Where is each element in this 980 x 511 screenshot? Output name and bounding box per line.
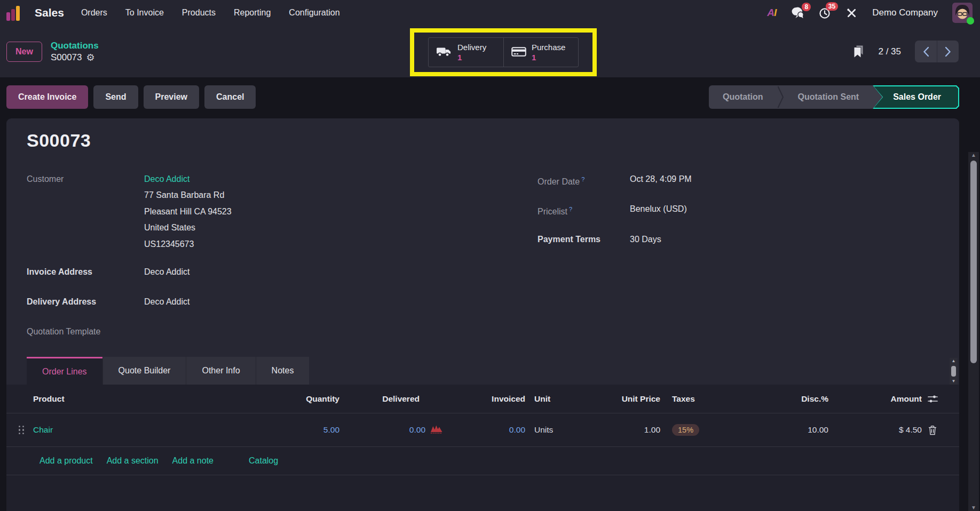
menu-to-invoice[interactable]: To Invoice xyxy=(125,8,164,18)
main-menu: Orders To Invoice Products Reporting Con… xyxy=(81,8,340,18)
invoice-address-label: Invoice Address xyxy=(27,264,144,280)
page-scrollbar[interactable]: ▲ ▼ xyxy=(968,152,979,511)
status-step-quotation[interactable]: Quotation xyxy=(709,85,777,109)
customer-label: Customer xyxy=(27,171,144,187)
field-payment-terms: Payment Terms 30 Days xyxy=(538,231,939,247)
add-note-link[interactable]: Add a note xyxy=(172,456,214,466)
menu-products[interactable]: Products xyxy=(182,8,216,18)
payment-terms-value[interactable]: 30 Days xyxy=(630,231,661,247)
col-invoiced[interactable]: Invoiced xyxy=(444,394,525,404)
row-invoiced[interactable]: 0.00 xyxy=(444,425,525,435)
add-section-link[interactable]: Add a section xyxy=(107,456,159,466)
delete-row-icon[interactable] xyxy=(928,425,937,435)
tab-order-lines[interactable]: Order Lines xyxy=(27,357,102,385)
help-icon[interactable]: ? xyxy=(569,206,572,212)
odoo-logo-icon[interactable] xyxy=(6,5,20,21)
smart-buttons-group: Delivery 1 Purchase 1 xyxy=(428,37,579,67)
row-unit-price[interactable]: 1.00 xyxy=(595,425,660,435)
messages-icon[interactable]: 8 xyxy=(791,7,804,19)
order-lines-header: Product Quantity Delivered Invoiced Unit… xyxy=(6,385,959,413)
top-navbar: Sales Orders To Invoice Products Reporti… xyxy=(0,0,980,26)
app-name[interactable]: Sales xyxy=(35,6,64,19)
menu-reporting[interactable]: Reporting xyxy=(234,8,271,18)
order-lines-panel: Product Quantity Delivered Invoiced Unit… xyxy=(6,385,959,511)
address-line: 77 Santa Barbara Rd xyxy=(144,187,232,204)
scroll-down-icon[interactable]: ▼ xyxy=(971,505,976,511)
delivery-smart-button[interactable]: Delivery 1 xyxy=(429,38,503,67)
col-unit[interactable]: Unit xyxy=(525,394,595,404)
pager-previous-button[interactable] xyxy=(915,41,937,62)
user-avatar[interactable] xyxy=(952,3,973,23)
status-chevron-icon xyxy=(777,85,784,109)
status-step-quotation-sent[interactable]: Quotation Sent xyxy=(784,85,873,109)
tools-icon[interactable] xyxy=(845,7,858,19)
purchase-smart-button[interactable]: Purchase 1 xyxy=(503,38,578,67)
col-quantity[interactable]: Quantity xyxy=(273,394,339,404)
ai-assistant-icon[interactable]: AI xyxy=(767,7,776,19)
tax-badge[interactable]: 15% xyxy=(672,424,699,436)
field-pricelist: Pricelist? Benelux (USD) xyxy=(538,201,939,220)
bookmark-icon[interactable] xyxy=(853,45,864,58)
field-quotation-template: Quotation Template xyxy=(27,324,538,340)
col-disc[interactable]: Disc.% xyxy=(740,394,828,404)
order-date-value[interactable]: Oct 28, 4:09 PM xyxy=(630,171,692,190)
tab-quote-builder[interactable]: Quote Builder xyxy=(102,357,186,385)
customer-address: 77 Santa Barbara Rd Pleasant Hill CA 945… xyxy=(27,187,538,252)
row-quantity[interactable]: 5.00 xyxy=(273,425,339,435)
status-step-sales-order[interactable]: Sales Order xyxy=(873,85,959,109)
pricelist-value[interactable]: Benelux (USD) xyxy=(630,201,687,220)
menu-configuration[interactable]: Configuration xyxy=(289,8,339,18)
pager-next-button[interactable] xyxy=(937,41,959,62)
col-taxes[interactable]: Taxes xyxy=(660,394,740,404)
quotation-template-label: Quotation Template xyxy=(27,324,144,340)
order-lines-footer: Add a product Add a section Add a note C… xyxy=(6,447,959,475)
gear-icon[interactable]: ⚙ xyxy=(86,53,95,62)
help-icon[interactable]: ? xyxy=(581,176,584,182)
preview-button[interactable]: Preview xyxy=(144,85,199,109)
send-button[interactable]: Send xyxy=(93,85,138,109)
cancel-button[interactable]: Cancel xyxy=(204,85,256,109)
field-order-date: Order Date? Oct 28, 4:09 PM xyxy=(538,171,939,190)
customer-value-link[interactable]: Deco Addict xyxy=(144,171,189,187)
pricelist-label: Pricelist? xyxy=(538,201,630,220)
col-unit-price[interactable]: Unit Price xyxy=(595,394,660,404)
address-line: Pleasant Hill CA 94523 xyxy=(144,204,232,220)
drag-handle[interactable] xyxy=(10,426,33,435)
row-disc[interactable]: 10.00 xyxy=(740,425,828,435)
catalog-link[interactable]: Catalog xyxy=(249,456,278,466)
activities-badge: 35 xyxy=(826,2,838,11)
order-line-row[interactable]: Chair 5.00 0.00 0.00 Units 1.00 xyxy=(6,413,959,447)
invoice-address-value[interactable]: Deco Addict xyxy=(144,264,189,280)
payment-terms-label: Payment Terms xyxy=(538,231,630,247)
col-delivered[interactable]: Delivered xyxy=(339,394,444,404)
row-delivered[interactable]: 0.00 xyxy=(409,425,425,435)
tab-notes[interactable]: Notes xyxy=(256,357,310,385)
breadcrumb-quotations-link[interactable]: Quotations xyxy=(51,41,99,51)
row-product-link[interactable]: Chair xyxy=(33,425,273,435)
statusbar: Quotation Quotation Sent Sales Order xyxy=(709,85,959,109)
scrollbar-thumb[interactable] xyxy=(970,161,977,363)
tab-other-info[interactable]: Other Info xyxy=(186,357,255,385)
delivery-address-label: Delivery Address xyxy=(27,294,144,310)
field-invoice-address: Invoice Address Deco Addict xyxy=(27,264,538,280)
address-line: US12345673 xyxy=(144,236,232,253)
row-unit[interactable]: Units xyxy=(525,425,595,435)
menu-orders[interactable]: Orders xyxy=(81,8,107,18)
col-product[interactable]: Product xyxy=(33,394,273,404)
inner-scrollbar[interactable]: ▲▼ xyxy=(950,358,958,385)
scroll-up-icon[interactable]: ▲ xyxy=(971,152,976,158)
delivery-address-value[interactable]: Deco Addict xyxy=(144,294,189,310)
main-area: Create Invoice Send Preview Cancel Quota… xyxy=(0,77,980,511)
company-name[interactable]: Demo Company xyxy=(872,7,938,18)
create-invoice-button[interactable]: Create Invoice xyxy=(6,85,88,109)
optional-columns-icon[interactable] xyxy=(927,394,938,404)
field-customer: Customer Deco Addict xyxy=(27,171,538,187)
add-product-link[interactable]: Add a product xyxy=(39,456,93,466)
forecast-warning-icon[interactable] xyxy=(430,424,444,436)
new-button[interactable]: New xyxy=(6,42,42,62)
row-amount: $ 4.50 xyxy=(828,425,922,435)
col-amount[interactable]: Amount xyxy=(828,394,922,404)
purchase-count: 1 xyxy=(532,52,536,62)
order-date-label: Order Date? xyxy=(538,171,630,190)
activities-clock-icon[interactable]: 35 xyxy=(818,6,831,19)
